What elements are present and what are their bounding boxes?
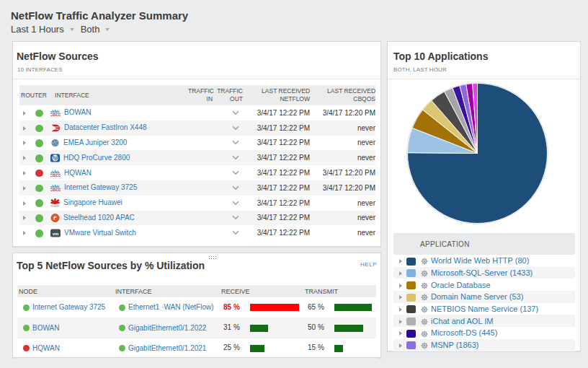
svg-text:HUAWEI: HUAWEI: [51, 205, 60, 208]
svg-text:CISCO: CISCO: [50, 173, 61, 178]
svg-text:CISCO: CISCO: [50, 113, 61, 118]
svg-text:vm: vm: [53, 232, 59, 236]
svg-text:CISCO: CISCO: [50, 188, 61, 193]
svg-text:hp: hp: [53, 155, 58, 161]
